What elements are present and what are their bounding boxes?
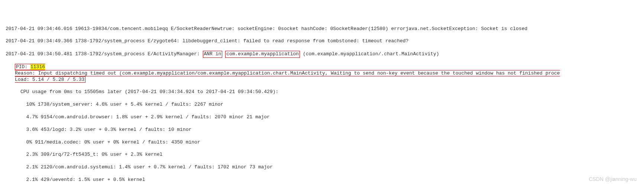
cpu-line: 2.1% 429/ueventd: 1.5% user + 0.5% kerne… <box>6 177 638 183</box>
reason-text: Reason: Input dispatching timed out (com… <box>15 70 560 76</box>
cpu-line: 2.1% 2120/com.android.systemui: 1.4% use… <box>6 164 638 171</box>
log-line-pid: PID: 11316Reason: Input dispatching time… <box>6 64 638 83</box>
cpu-line: 2.3% 309/irq/72-ft5435_t: 0% user + 2.3%… <box>6 152 638 158</box>
cpu-line: 3.6% 453/logd: 3.2% user + 0.3% kernel /… <box>6 127 638 133</box>
log-prefix: 2017-04-21 09:34:50.481 1738-1792/system… <box>6 51 203 57</box>
log-line: 2017-04-21 09:34:46.016 19613-19834/com.… <box>6 26 638 32</box>
spacer <box>222 51 225 57</box>
pid-label: PID: <box>16 64 30 70</box>
cpu-line: 0% 911/media.codec: 0% user + 0% kernel … <box>6 139 638 146</box>
anr-activity: (com.example.myapplication/.chart.MainAc… <box>300 51 439 57</box>
log-line-anr: 2017-04-21 09:34:50.481 1738-1792/system… <box>6 51 638 58</box>
cpu-usage-header: CPU usage from 0ms to 15505ms later (201… <box>6 89 638 95</box>
log-line: 2017-04-21 09:34:49.366 1738-1792/system… <box>6 38 638 44</box>
cpu-line: 4.7% 9154/com.android.browser: 1.8% user… <box>6 114 638 121</box>
pid-value: 11316 <box>30 64 45 70</box>
watermark: CSDN @jianning-wu <box>589 176 637 182</box>
load-text: Load: 5.14 / 5.28 / 5.33 <box>15 77 84 82</box>
cpu-line: 10% 1738/system_server: 4.6% user + 5.4%… <box>6 102 638 108</box>
anr-in-label: ANR in <box>203 51 223 58</box>
anr-package: com.example.myapplication <box>225 51 300 58</box>
